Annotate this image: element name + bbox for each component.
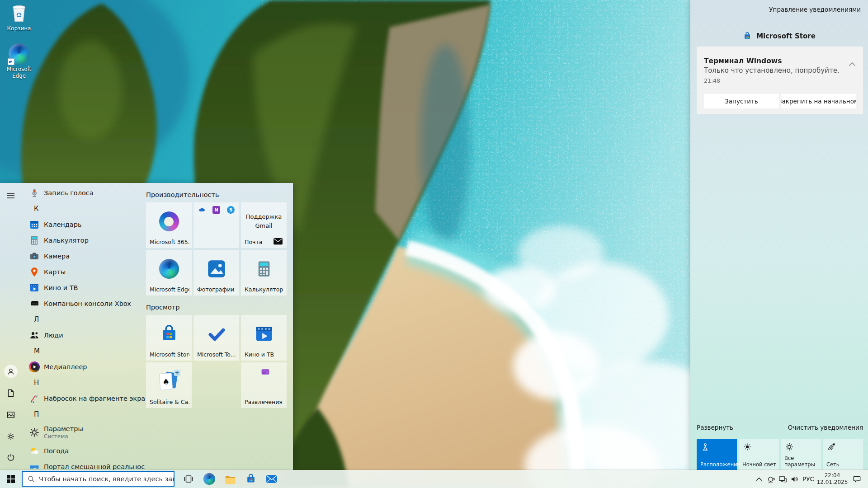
store-icon <box>245 473 257 485</box>
quick-action-night-light[interactable]: Ночной свет <box>739 439 779 470</box>
app-item-xbox-companion[interactable]: Компаньон консоли Xbox <box>22 296 145 311</box>
todo-icon <box>206 324 227 344</box>
expand-link[interactable]: Развернуть <box>697 424 733 431</box>
collapse-chevron-icon[interactable] <box>849 62 856 66</box>
start-button[interactable] <box>0 470 22 488</box>
action-center-panel: Управление уведомлениями Microsoft Store… <box>690 0 868 470</box>
app-item-camera[interactable]: Камера <box>22 248 145 264</box>
app-item-voice-recorder[interactable]: Запись голоса <box>22 185 145 201</box>
tile-group-title[interactable]: Производительность <box>146 191 292 200</box>
network-tray-button[interactable] <box>777 470 788 488</box>
onedrive-icon <box>198 206 206 214</box>
weather-icon <box>29 446 40 456</box>
clock-time: 22:04 <box>825 472 840 479</box>
notification-group-title[interactable]: Microsoft Store <box>756 32 816 40</box>
documents-button[interactable] <box>0 383 22 403</box>
shortcut-arrow-icon <box>8 58 14 65</box>
network-icon <box>778 475 787 483</box>
search-icon <box>28 475 35 483</box>
calculator-icon <box>29 235 40 246</box>
mail-icon <box>273 237 283 245</box>
settings-icon <box>7 432 15 441</box>
app-item-media-player[interactable]: Медиаплеер <box>22 359 145 375</box>
volume-button[interactable] <box>788 470 800 488</box>
taskbar-file-explorer-button[interactable] <box>220 470 241 488</box>
app-item-settings[interactable]: Параметры Система <box>22 422 145 443</box>
app-item-calendar[interactable]: Календарь <box>22 216 145 232</box>
taskbar-edge-button[interactable] <box>199 470 220 488</box>
desktop-icon-recycle-bin[interactable]: Корзина <box>0 3 38 32</box>
power-icon <box>7 453 15 461</box>
pictures-button[interactable] <box>0 405 22 425</box>
quick-actions-grid: Расположение Ночной свет Все параметры С… <box>697 439 863 470</box>
maps-icon <box>29 267 40 277</box>
xbox-companion-icon <box>29 298 40 309</box>
quick-action-all-settings[interactable]: Все параметры <box>781 439 821 470</box>
app-item-maps[interactable]: Карты <box>22 264 145 280</box>
notification-group-header: Microsoft Store <box>690 32 868 41</box>
tile-grid-browse: Microsoft Store Microsoft To... Кино и Т… <box>146 315 292 408</box>
hamburger-menu-button[interactable] <box>0 186 22 206</box>
action-center-button[interactable] <box>848 470 865 488</box>
tile-microsoft-365[interactable]: Microsoft 365... <box>146 202 192 248</box>
tile-microsoft-todo[interactable]: Microsoft To... <box>193 315 239 361</box>
network-icon <box>827 442 836 451</box>
app-section-n[interactable]: Н <box>22 375 145 390</box>
start-app-list: Запись голоса К Календарь Калькулятор Ка… <box>22 185 145 470</box>
hamburger-icon <box>7 192 15 200</box>
tile-entertainment[interactable]: Развлечения <box>241 362 287 408</box>
pin-to-start-button[interactable]: Закрепить на начальном <box>781 94 856 108</box>
tile-microsoft-store[interactable]: Microsoft Store <box>146 315 192 361</box>
tile-calculator[interactable]: Калькулятор <box>241 250 287 296</box>
desktop-icon-label: Microsoft Edge <box>0 66 38 80</box>
power-button[interactable] <box>0 447 22 467</box>
app-item-snip-sketch[interactable]: Набросок на фрагменте экрана <box>22 390 145 406</box>
app-item-weather[interactable]: Погода <box>22 443 145 459</box>
tile-mail[interactable]: Поддержка Gmail Почта <box>241 202 287 248</box>
mixed-reality-icon <box>29 461 40 470</box>
action-center-icon <box>853 475 861 483</box>
tile-microsoft-edge[interactable]: Microsoft Edge <box>146 250 192 296</box>
tile-solitaire[interactable]: ♠ + Solitaire & Ca... <box>146 362 192 408</box>
app-section-k[interactable]: К <box>22 201 145 216</box>
tile-group-title[interactable]: Просмотр <box>146 304 292 313</box>
launch-button[interactable]: Запустить <box>704 94 779 108</box>
taskbar-search-box[interactable] <box>22 471 175 487</box>
search-input[interactable] <box>39 475 174 483</box>
app-item-movies-tv[interactable]: Кино и ТВ <box>22 280 145 296</box>
voice-recorder-icon <box>29 188 40 198</box>
app-section-m[interactable]: М <box>22 343 145 359</box>
app-label: Параметры <box>44 425 83 433</box>
taskbar-store-button[interactable] <box>241 470 261 488</box>
photos-icon <box>207 259 226 279</box>
meet-now-button[interactable] <box>765 470 777 488</box>
desktop-icon-edge[interactable]: Microsoft Edge <box>0 43 38 80</box>
taskbar: РУС 22:04 12.01.2025 <box>0 470 868 488</box>
user-account-button[interactable] <box>0 361 22 381</box>
hidden-icons-button[interactable] <box>753 470 765 488</box>
manage-notifications-link[interactable]: Управление уведомлениями <box>769 6 861 13</box>
night-light-icon <box>743 442 752 451</box>
notification-body: Только что установлено, попробуйте. <box>704 66 856 75</box>
settings-button[interactable] <box>0 427 22 446</box>
windows-logo-icon <box>7 475 15 483</box>
volume-icon <box>790 475 799 483</box>
tile-grid-productivity: Microsoft 365... N S Поддержка Gmail Поч… <box>146 202 292 296</box>
app-item-calculator[interactable]: Калькулятор <box>22 232 145 248</box>
app-section-p[interactable]: П <box>22 406 145 422</box>
task-view-button[interactable] <box>178 470 199 488</box>
app-section-l[interactable]: Л <box>22 311 145 327</box>
clock[interactable]: 22:04 12.01.2025 <box>816 470 848 488</box>
language-indicator[interactable]: РУС <box>800 470 816 488</box>
pinned-apps <box>178 470 282 488</box>
tile-folder-office-apps[interactable]: N S <box>193 202 239 248</box>
tile-photos[interactable]: Фотографии <box>193 250 239 296</box>
tile-movies-tv[interactable]: Кино и ТВ <box>241 315 287 361</box>
app-item-mixed-reality[interactable]: Портал смешанной реальности <box>22 459 145 470</box>
notification-card[interactable]: Терминал Windows Только что установлено,… <box>697 47 863 114</box>
quick-action-network[interactable]: Сеть <box>823 439 863 470</box>
clear-notifications-link[interactable]: Очистить уведомления <box>788 424 863 431</box>
app-item-people[interactable]: Люди <box>22 327 145 343</box>
quick-action-location[interactable]: Расположение <box>697 439 737 470</box>
taskbar-mail-button[interactable] <box>261 470 282 488</box>
